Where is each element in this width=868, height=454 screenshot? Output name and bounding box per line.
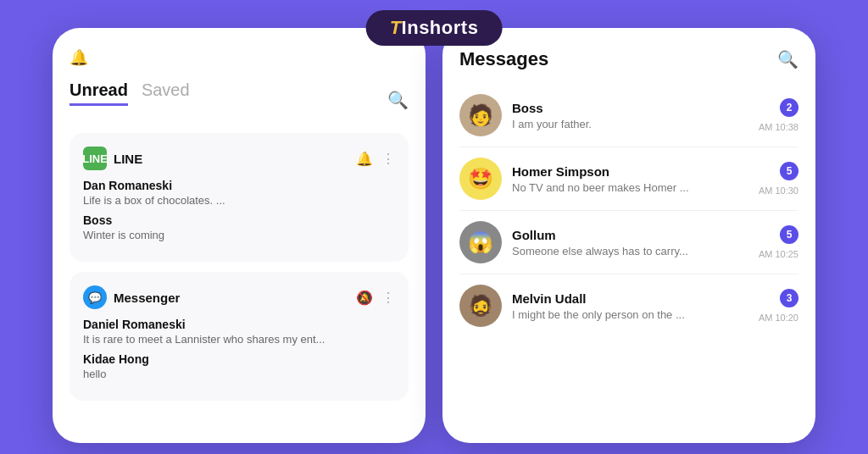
messenger-card-header: 💬 Messenger 🔕 ⋮ bbox=[83, 285, 395, 309]
search-icon[interactable]: 🔍 bbox=[387, 90, 409, 110]
line-app-icon: LINE bbox=[83, 147, 107, 170]
msg-name-melvin: Melvin Udall bbox=[512, 291, 748, 306]
line-card-header: LINE LINE 🔔 ⋮ bbox=[83, 147, 395, 170]
msg-item-melvin[interactable]: 🧔 Melvin Udall I might be the only perso… bbox=[459, 274, 798, 337]
msg-content-homer: Homer Simpson No TV and no beer makes Ho… bbox=[512, 164, 748, 194]
msg-preview-homer: No TV and no beer makes Homer ... bbox=[512, 181, 748, 194]
msg-preview-gollum: Someone else always has to carry... bbox=[512, 245, 748, 257]
avatar-boss: 🧑 bbox=[459, 94, 502, 136]
brand-badge: TInshorts bbox=[366, 10, 503, 46]
messenger-app-info: 💬 Messenger bbox=[83, 285, 180, 309]
line-card: LINE LINE 🔔 ⋮ Dan Romaneski Life is a bo… bbox=[70, 133, 409, 262]
msg-meta-melvin: 3 AM 10:20 bbox=[759, 289, 798, 323]
line-sender-2: Boss bbox=[83, 213, 395, 227]
msg-content-boss: Boss I am your father. bbox=[512, 101, 748, 130]
left-phone: 🔔 Unread Saved 🔍 LINE LINE 🔔 ⋮ bbox=[53, 28, 426, 443]
line-sender-1: Dan Romaneski bbox=[83, 179, 395, 192]
messenger-msg-1: Daniel Romaneski It is rare to meet a La… bbox=[83, 318, 395, 346]
right-phone: Messages 🔍 🧑 Boss I am your father. 2 AM… bbox=[442, 28, 815, 443]
line-actions: 🔔 ⋮ bbox=[356, 151, 395, 167]
messenger-bell-icon[interactable]: 🔕 bbox=[356, 290, 373, 306]
msg-badge-homer: 5 bbox=[780, 162, 798, 180]
msg-preview-boss: I am your father. bbox=[512, 118, 748, 130]
line-more-icon[interactable]: ⋮ bbox=[381, 151, 395, 167]
messenger-msg-2: Kidae Hong hello bbox=[83, 352, 395, 380]
right-phone-header: Messages 🔍 bbox=[459, 48, 798, 70]
msg-content-melvin: Melvin Udall I might be the only person … bbox=[512, 291, 748, 321]
messenger-app-icon: 💬 bbox=[83, 285, 107, 309]
left-phone-header: 🔔 bbox=[70, 48, 409, 67]
msg-item-homer[interactable]: 🤩 Homer Simpson No TV and no beer makes … bbox=[459, 147, 798, 211]
brand-title: TInshorts bbox=[390, 17, 479, 39]
tabs: Unread Saved bbox=[70, 80, 190, 106]
line-bell-icon[interactable]: 🔔 bbox=[356, 151, 373, 167]
msg-item-boss[interactable]: 🧑 Boss I am your father. 2 AM 10:38 bbox=[459, 84, 798, 147]
messenger-app-name: Messenger bbox=[114, 291, 180, 305]
messenger-preview-2: hello bbox=[83, 368, 395, 380]
msg-meta-boss: 2 AM 10:38 bbox=[759, 98, 798, 132]
avatar-melvin: 🧔 bbox=[459, 285, 502, 327]
messenger-more-icon[interactable]: ⋮ bbox=[381, 290, 395, 306]
tab-saved[interactable]: Saved bbox=[142, 80, 190, 106]
messenger-sender-2: Kidae Hong bbox=[83, 352, 395, 366]
messages-search-icon[interactable]: 🔍 bbox=[777, 49, 798, 69]
msg-meta-homer: 5 AM 10:30 bbox=[759, 162, 798, 196]
msg-time-melvin: AM 10:20 bbox=[759, 313, 798, 323]
msg-name-gollum: Gollum bbox=[512, 228, 748, 242]
msg-time-boss: AM 10:38 bbox=[759, 122, 798, 132]
line-msg-1: Dan Romaneski Life is a box of chocolate… bbox=[83, 179, 395, 207]
msg-time-gollum: AM 10:25 bbox=[759, 249, 798, 259]
msg-preview-melvin: I might be the only person on the ... bbox=[512, 308, 748, 321]
line-preview-1: Life is a box of chocolates. ... bbox=[83, 194, 395, 207]
avatar-gollum: 😱 bbox=[459, 221, 502, 263]
avatar-homer: 🤩 bbox=[459, 158, 502, 200]
messages-title: Messages bbox=[459, 48, 548, 70]
line-msg-2: Boss Winter is coming bbox=[83, 213, 395, 241]
tab-unread[interactable]: Unread bbox=[70, 80, 128, 106]
messenger-sender-1: Daniel Romaneski bbox=[83, 318, 395, 331]
phones-container: 🔔 Unread Saved 🔍 LINE LINE 🔔 ⋮ bbox=[53, 28, 815, 443]
msg-item-gollum[interactable]: 😱 Gollum Someone else always has to carr… bbox=[459, 211, 798, 274]
msg-badge-boss: 2 bbox=[780, 98, 798, 117]
message-list: 🧑 Boss I am your father. 2 AM 10:38 🤩 Ho… bbox=[459, 84, 798, 337]
msg-time-homer: AM 10:30 bbox=[759, 185, 798, 196]
msg-badge-melvin: 3 bbox=[780, 289, 798, 307]
messenger-actions: 🔕 ⋮ bbox=[356, 290, 395, 306]
line-app-info: LINE LINE bbox=[83, 147, 142, 170]
line-preview-2: Winter is coming bbox=[83, 229, 395, 241]
line-app-name: LINE bbox=[114, 152, 142, 166]
messenger-card: 💬 Messenger 🔕 ⋮ Daniel Romaneski It is r… bbox=[70, 272, 409, 401]
msg-meta-gollum: 5 AM 10:25 bbox=[759, 225, 798, 259]
bell-icon[interactable]: 🔔 bbox=[70, 48, 88, 67]
msg-name-homer: Homer Simpson bbox=[512, 164, 748, 179]
msg-name-boss: Boss bbox=[512, 101, 748, 115]
msg-content-gollum: Gollum Someone else always has to carry.… bbox=[512, 228, 748, 257]
messenger-preview-1: It is rare to meet a Lannister who share… bbox=[83, 333, 395, 346]
msg-badge-gollum: 5 bbox=[780, 225, 798, 244]
